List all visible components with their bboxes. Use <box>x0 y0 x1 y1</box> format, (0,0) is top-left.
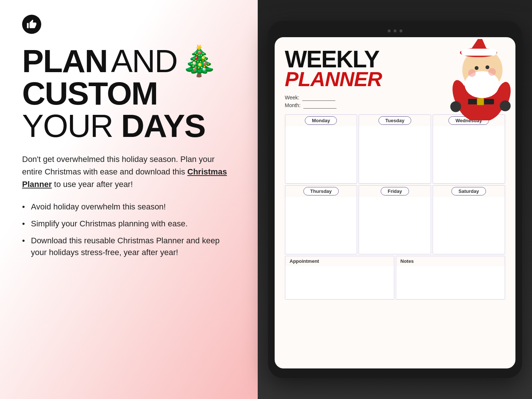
day-label-saturday: Saturday <box>451 187 486 195</box>
svg-point-9 <box>485 65 489 69</box>
headline: PLAN AND 🎄 CUSTOM YOUR DAYS <box>22 45 236 142</box>
headline-and: AND <box>111 45 177 77</box>
day-cell-friday: Friday <box>359 185 431 254</box>
svg-point-18 <box>450 101 461 112</box>
christmas-tree-emoji: 🎄 <box>181 46 217 76</box>
day-body-wednesday[interactable] <box>433 126 505 183</box>
santa-illustration <box>442 39 515 116</box>
day-label-friday: Friday <box>381 187 409 195</box>
planner-content: WEEKLY PLANNER <box>275 37 515 368</box>
day-cell-monday: Monday <box>285 114 357 184</box>
svg-point-14 <box>468 69 476 77</box>
day-body-tuesday[interactable] <box>359 126 431 183</box>
day-cell-wednesday: Wednesday <box>433 114 505 184</box>
top-days-grid: Monday Tuesday Wednesday <box>285 114 505 184</box>
svg-point-19 <box>500 100 510 111</box>
right-panel: WEEKLY PLANNER <box>258 0 532 399</box>
camera-dot-3 <box>399 29 402 32</box>
svg-point-8 <box>475 66 479 70</box>
week-underline[interactable] <box>302 95 335 101</box>
headline-custom: CUSTOM <box>22 75 158 112</box>
bottom-days-grid: Thursday Friday Saturday <box>285 185 505 254</box>
svg-point-13 <box>480 76 493 82</box>
appointment-body[interactable] <box>285 266 394 299</box>
tablet-frame: WEEKLY PLANNER <box>268 21 522 378</box>
headline-plan: PLAN <box>22 45 108 77</box>
svg-rect-2 <box>477 98 484 105</box>
day-body-friday[interactable] <box>359 197 431 254</box>
svg-point-12 <box>469 76 482 82</box>
bottom-row: Appointment Notes <box>285 256 505 300</box>
day-body-thursday[interactable] <box>285 197 357 254</box>
planner-header: WEEKLY PLANNER <box>285 47 505 89</box>
thumbs-up-icon <box>22 15 41 34</box>
day-label-monday: Monday <box>305 116 337 125</box>
day-label-thursday: Thursday <box>303 187 339 195</box>
bullet-item-2: Simplify your Christmas planning with ea… <box>22 218 236 230</box>
day-cell-saturday: Saturday <box>433 185 505 254</box>
day-label-tuesday: Tuesday <box>378 116 412 125</box>
appointment-header: Appointment <box>285 256 394 266</box>
day-body-monday[interactable] <box>285 126 357 183</box>
month-underline[interactable] <box>303 102 337 109</box>
notes-header: Notes <box>396 256 505 266</box>
bullet-list: Avoid holiday overwhelm this season! Sim… <box>22 201 236 258</box>
left-panel: PLAN AND 🎄 CUSTOM YOUR DAYS Don't get ov… <box>0 0 258 399</box>
description-text: Don't get overwhelmed this holiday seaso… <box>22 153 236 191</box>
headline-your: YOUR <box>22 107 121 144</box>
headline-days: DAYS <box>121 107 205 144</box>
day-body-saturday[interactable] <box>433 197 505 254</box>
day-cell-tuesday: Tuesday <box>359 114 431 184</box>
tablet-camera-bar <box>275 28 515 34</box>
appointment-cell: Appointment <box>285 256 394 300</box>
svg-rect-7 <box>461 49 497 56</box>
camera-dot-2 <box>394 29 397 32</box>
notes-body[interactable] <box>396 266 505 299</box>
camera-dot-1 <box>388 29 391 32</box>
notes-cell: Notes <box>396 256 505 300</box>
bullet-item-1: Avoid holiday overwhelm this season! <box>22 201 236 213</box>
bullet-item-3: Download this reusable Christmas Planner… <box>22 235 236 258</box>
tablet-screen: WEEKLY PLANNER <box>275 37 515 368</box>
day-cell-thursday: Thursday <box>285 185 357 254</box>
svg-point-15 <box>488 68 496 76</box>
